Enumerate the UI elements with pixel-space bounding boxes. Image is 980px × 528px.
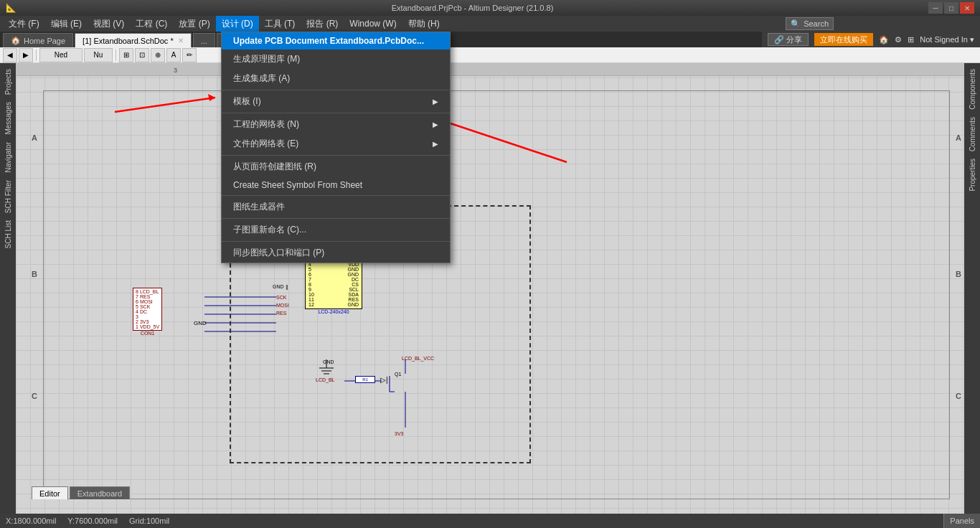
menu-template[interactable]: 模板 (I) ▶ [222, 92, 450, 111]
menu-window[interactable]: Window (W) [344, 16, 402, 32]
menu-reports[interactable]: 报告 (R) [301, 16, 344, 32]
schdoc-tab-close[interactable]: ✕ [178, 37, 184, 44]
tab-more[interactable]: ... [193, 33, 215, 47]
con1-label: CON1 [133, 331, 162, 336]
status-y: Y:7600.000mil [67, 517, 118, 525]
toolbar-btn-9[interactable]: ✏ [182, 48, 197, 62]
sep-1 [222, 90, 450, 90]
menu-edit[interactable]: 编辑 (E) [45, 16, 88, 32]
menu-create-symbol-from-sheet[interactable]: Create Sheet Symbol From Sheet [222, 176, 450, 194]
display-icon[interactable]: ⊞ [908, 35, 914, 44]
x-coord-label: X:1800.000mil [6, 517, 56, 525]
sync-ports-label: 同步图纸入口和端口 (P) [233, 247, 324, 259]
status-bar: X:1800.000mil Y:7600.000mil Grid:100mil … [0, 514, 980, 528]
search-label: Search [804, 19, 829, 28]
sep-3 [222, 155, 450, 156]
panels-button[interactable]: Panels [943, 514, 980, 528]
toolbar-btn-8[interactable]: A [166, 48, 181, 62]
title-bar: 📐 Extandboard.PrjPcb - Altium Designer (… [0, 0, 980, 16]
home-tab-label: Home Page [24, 37, 65, 45]
con1-pin-2: 23V3 [136, 319, 159, 324]
tab-schdoc[interactable]: [1] Extandboard.SchDoc * ✕ [75, 33, 192, 47]
project-netlist-label: 工程的网络表 (N) [233, 118, 299, 131]
border-letter-A-left: A [32, 133, 37, 142]
sidebar-projects[interactable]: Projects [3, 66, 14, 98]
restore-button[interactable]: □ [944, 2, 958, 14]
menu-project-netlist[interactable]: 工程的网络表 (N) ▶ [222, 115, 450, 134]
toolbar-btn-5[interactable]: ⊞ [119, 48, 133, 62]
app-icon: 📐 [6, 3, 17, 13]
file-netlist-arrow: ▶ [433, 140, 438, 148]
title-text: Extandboard.PrjPcb - Altium Designer (21… [17, 4, 928, 12]
con1-pin-3: 3 [136, 314, 159, 319]
template-arrow: ▶ [433, 98, 438, 105]
share-button[interactable]: 🔗 分享 [768, 33, 809, 46]
toolbar-btn-7[interactable]: ⊕ [151, 48, 165, 62]
search-box[interactable]: 🔍 Search [786, 17, 834, 30]
ruler-mark-3: 3 [174, 67, 177, 74]
menu-rename-subsheet[interactable]: 子图重新命名 (C)... [222, 220, 450, 240]
border-letter-B-right: B [956, 270, 961, 278]
toolbar-btn-6[interactable]: ⊡ [135, 48, 149, 62]
menu-create-sheet-from-symbol[interactable]: 从页面符创建图纸 (R) [222, 157, 450, 176]
home-icon[interactable]: 🏠 [879, 35, 889, 44]
status-grid: Grid:100mil [129, 517, 169, 525]
user-label[interactable]: Not Signed In ▾ [920, 35, 974, 44]
menu-tools[interactable]: 工具 (T) [259, 16, 301, 32]
bottom-tab-extandboard[interactable]: Extandboard [70, 486, 130, 499]
sep-6 [222, 241, 450, 242]
sidebar-messages[interactable]: Messages [3, 99, 14, 138]
canvas-area: 3 4 A B C A B C 8LCD_B [16, 63, 964, 514]
toolbar-sep-2 [116, 50, 116, 61]
toolbar-btn-2[interactable]: ▶ [19, 48, 33, 62]
menu-sheet-gen-component[interactable]: 图纸生成器件 [222, 197, 450, 217]
schdoc-tab-label: [1] Extandboard.SchDoc * [83, 37, 174, 45]
sep-4 [222, 195, 450, 196]
menu-project[interactable]: 工程 (C) [130, 16, 173, 32]
con1-pin-4: 4DC [136, 309, 159, 314]
sidebar-sch-list[interactable]: SCH List [3, 217, 14, 251]
component-con1: 8LCD_BL 7RES 6MOSI 5SCK 4DC 3 23V3 1VDD_… [133, 288, 162, 336]
top-right-panel: 🔗 分享 立即在线购买 🏠 ⚙ ⊞ Not Signed In ▾ [762, 32, 980, 47]
menu-update-pcb[interactable]: Update PCB Document Extandboard.PcbDoc..… [222, 32, 450, 50]
minimize-button[interactable]: ─ [928, 2, 943, 14]
menu-file[interactable]: 文件 (F) [3, 16, 45, 32]
y-coord-label: Y:7600.000mil [67, 517, 118, 525]
window-controls: ─ □ ✕ [928, 2, 974, 14]
menu-gen-intlib[interactable]: 生成集成库 (A) [222, 69, 450, 88]
menu-sync-ports[interactable]: 同步图纸入口和端口 (P) [222, 243, 450, 263]
home-tab-icon: 🏠 [11, 36, 21, 45]
ruler-top: 3 4 [16, 63, 964, 76]
bottom-tab-editor[interactable]: Editor [32, 486, 68, 499]
schematic-content: A B C A B C 8LCD_BL 7RES 6MOSI 5SC [29, 76, 964, 514]
menu-place[interactable]: 放置 (P) [173, 16, 215, 32]
sep-5 [222, 218, 450, 219]
sidebar-components[interactable]: Components [967, 66, 978, 113]
con1-pin-8: 8LCD_BL [136, 289, 159, 294]
toolbar-sep-1 [36, 50, 37, 61]
create-sheet-from-symbol-label: 从页面符创建图纸 (R) [233, 161, 316, 173]
sidebar-sch-filter[interactable]: SCH Filter [3, 177, 14, 216]
buy-button[interactable]: 立即在线购买 [814, 33, 873, 46]
grid-label: Grid:100mil [129, 517, 169, 525]
menu-design[interactable]: 设计 (D) [216, 16, 259, 32]
sidebar-comments[interactable]: Comments [967, 114, 978, 154]
menu-gen-schlib[interactable]: 生成原理图库 (M) [222, 50, 450, 69]
toolbar-btn-4[interactable]: Nu [84, 48, 113, 62]
settings-icon[interactable]: ⚙ [895, 35, 902, 44]
con1-pin-6: 6MOSI [136, 299, 159, 304]
close-button[interactable]: ✕ [960, 2, 974, 14]
sidebar-properties[interactable]: Properties [967, 156, 978, 194]
menu-view[interactable]: 视图 (V) [88, 16, 130, 32]
gen-intlib-label: 生成集成库 (A) [233, 72, 290, 85]
schematic-canvas[interactable]: 3 4 A B C A B C 8LCD_B [16, 63, 964, 514]
menu-help[interactable]: 帮助 (H) [402, 16, 446, 32]
toolbar-btn-3[interactable]: Ned [39, 48, 83, 62]
menu-bar: 文件 (F) 编辑 (E) 视图 (V) 工程 (C) 放置 (P) 设计 (D… [0, 16, 980, 32]
toolbar-btn-1[interactable]: ◀ [3, 48, 17, 62]
menu-file-netlist[interactable]: 文件的网络表 (E) ▶ [222, 134, 450, 154]
file-netlist-label: 文件的网络表 (E) [233, 138, 298, 150]
bottom-tabs: Editor Extandboard [32, 485, 131, 499]
sidebar-navigator[interactable]: Navigator [3, 139, 14, 176]
tab-home[interactable]: 🏠 Home Page [3, 33, 73, 47]
